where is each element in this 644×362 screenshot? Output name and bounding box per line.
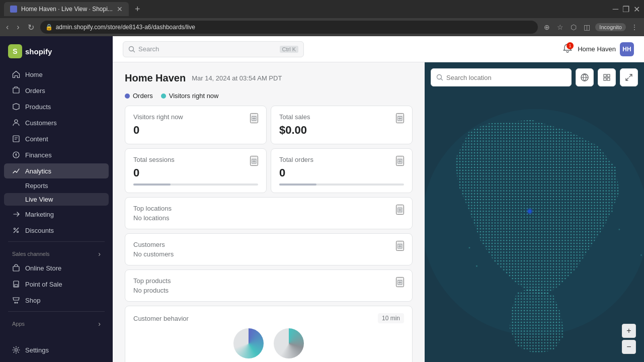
sidebar-item-customers[interactable]: Customers — [4, 115, 109, 130]
sidebar-item-products[interactable]: Products — [4, 99, 109, 114]
svg-rect-6 — [13, 266, 19, 271]
search-placeholder: Search — [138, 45, 159, 53]
sidebar-item-marketing[interactable]: Marketing — [4, 207, 109, 222]
notifications-button[interactable]: 1 — [562, 43, 573, 55]
point-of-sale-label: Point of Sale — [25, 281, 62, 288]
search-icon — [128, 46, 135, 53]
forward-button[interactable]: › — [15, 21, 21, 34]
metrics-panel: Home Haven Mar 14, 2024 at 03:54 AM PDT … — [113, 62, 425, 362]
page-header: Home Haven Mar 14, 2024 at 03:54 AM PDT … — [125, 62, 413, 106]
total-sales-title: Total sales — [279, 113, 310, 121]
sidebar-divider-1 — [8, 241, 105, 242]
finances-label: Finances — [25, 151, 52, 159]
browser-titlebar: Home Haven · Live View · Shopi... ✕ + ─ … — [0, 0, 644, 18]
total-orders-expand-btn[interactable]: ⊞ — [396, 156, 404, 166]
svg-point-22 — [476, 265, 477, 267]
tab-favicon — [10, 6, 17, 13]
sidebar-sub-reports[interactable]: Reports — [4, 179, 109, 192]
svg-point-27 — [526, 208, 533, 215]
top-products-expand-btn[interactable]: ⊞ — [396, 277, 404, 287]
sidebar-item-content[interactable]: Content — [4, 131, 109, 146]
sidebar: S shopify Home Orders Products — [0, 36, 113, 362]
legend: Orders Visitors right now — [125, 92, 413, 100]
analytics-icon — [12, 167, 20, 175]
customer-behavior-card: Customer behavior 10 min — [125, 306, 413, 362]
top-locations-expand-btn[interactable]: ⊞ — [396, 205, 404, 215]
sales-channels-expand-icon[interactable]: › — [98, 250, 101, 258]
map-view-toggle-btn[interactable] — [576, 68, 594, 86]
svg-point-23 — [611, 211, 613, 212]
address-bar[interactable]: 🔒 admin.shopify.com/store/de8143-a6/dash… — [40, 21, 538, 34]
zoom-in-button[interactable]: + — [622, 324, 636, 338]
map-search-bar[interactable] — [431, 68, 572, 86]
total-sessions-card: Total sessions ⊞ 0 — [125, 148, 267, 193]
visitors-now-value: 0 — [133, 124, 258, 137]
svg-rect-16 — [607, 78, 610, 80]
settings-label: Settings — [25, 346, 49, 354]
global-search[interactable]: Search Ctrl K — [123, 41, 304, 57]
total-sales-expand-btn[interactable]: ⊞ — [396, 113, 404, 123]
sidebar-item-finances[interactable]: Finances — [4, 147, 109, 162]
sidebar-item-discounts[interactable]: Discounts — [4, 223, 109, 238]
top-locations-empty: No locations — [133, 214, 404, 222]
back-button[interactable]: ‹ — [4, 21, 11, 34]
visitors-now-title: Visitors right now — [133, 113, 183, 121]
store-avatar: HH — [620, 42, 634, 56]
sales-channels-section: Sales channels › — [4, 245, 109, 260]
sidebar-item-orders[interactable]: Orders — [4, 83, 109, 98]
browser-tab[interactable]: Home Haven · Live View · Shopi... ✕ — [4, 2, 129, 16]
svg-rect-2 — [13, 136, 19, 142]
refresh-button[interactable]: ↻ — [26, 21, 36, 34]
top-locations-title: Top locations — [133, 205, 404, 212]
sidebar-item-shop[interactable]: Shop — [4, 293, 109, 308]
main-content: Search Ctrl K 1 Home Haven HH Home Ha — [113, 36, 644, 362]
products-icon — [12, 103, 20, 111]
map-expand-btn[interactable] — [620, 68, 638, 86]
map-grid-btn[interactable] — [598, 68, 616, 86]
zoom-out-button[interactable]: − — [622, 340, 636, 354]
discounts-icon — [12, 226, 20, 234]
new-tab-button[interactable]: + — [135, 4, 140, 15]
map-zoom-controls: + − — [622, 324, 636, 354]
top-bar: Search Ctrl K 1 Home Haven HH — [113, 36, 644, 62]
customers-icon — [12, 119, 20, 127]
svg-point-9 — [15, 349, 18, 351]
map-search-input[interactable] — [446, 74, 566, 81]
sidebar-item-settings[interactable]: Settings — [4, 342, 109, 357]
total-orders-value: 0 — [279, 166, 404, 179]
extensions-icon[interactable]: ⬡ — [569, 21, 579, 33]
total-sessions-expand-btn[interactable]: ⊞ — [250, 156, 258, 166]
store-profile[interactable]: Home Haven HH — [578, 42, 634, 56]
minimize-button[interactable]: ─ — [613, 5, 618, 14]
sidebar-sub-live-view[interactable]: Live View — [4, 193, 109, 206]
marketing-label: Marketing — [25, 211, 54, 218]
total-sales-value: $0.00 — [279, 124, 404, 137]
top-locations-card: ⊞ Top locations No locations — [125, 197, 413, 229]
menu-icon[interactable]: ⋮ — [629, 21, 640, 33]
bookmark-icon[interactable]: ☆ — [555, 21, 566, 33]
window-controls: ─ ❐ ✕ — [613, 5, 640, 14]
close-window-button[interactable]: ✕ — [633, 5, 640, 14]
page-title: Home Haven — [125, 72, 186, 84]
sidebar-item-point-of-sale[interactable]: Point of Sale — [4, 277, 109, 292]
sidebar-item-analytics[interactable]: Analytics — [4, 163, 109, 178]
visitors-now-expand-btn[interactable]: ⊞ — [250, 113, 258, 123]
apps-expand-icon[interactable]: › — [98, 320, 101, 328]
svg-rect-0 — [13, 88, 19, 93]
tab-close-button[interactable]: ✕ — [117, 5, 123, 13]
profile-icon[interactable]: ◫ — [582, 21, 592, 33]
svg-rect-14 — [607, 74, 610, 77]
shopify-logo-text: shopify — [25, 47, 52, 56]
behavior-circles — [133, 328, 404, 358]
products-label: Products — [25, 103, 51, 111]
orders-legend-label: Orders — [133, 92, 153, 100]
customer-behavior-time: 10 min — [378, 313, 404, 323]
cast-icon[interactable]: ⊕ — [542, 21, 552, 33]
customers-expand-btn[interactable]: ⊞ — [396, 241, 404, 251]
svg-point-10 — [129, 46, 134, 51]
sidebar-item-online-store[interactable]: Online Store — [4, 260, 109, 276]
total-orders-card: Total orders ⊞ 0 — [271, 148, 413, 193]
maximize-button[interactable]: ❐ — [622, 5, 629, 14]
live-view-label: Live View — [25, 196, 53, 203]
sidebar-item-home[interactable]: Home — [4, 67, 109, 82]
